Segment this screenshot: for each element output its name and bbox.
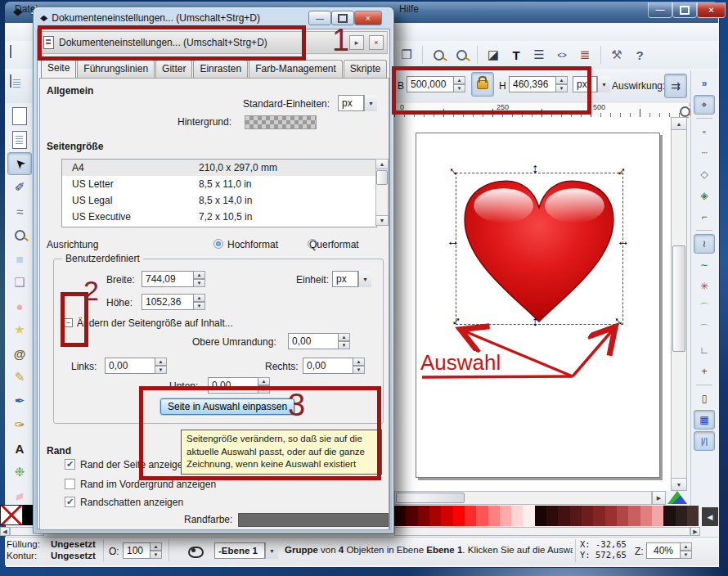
palette-swatch[interactable]	[687, 506, 699, 526]
palette-swatch[interactable]	[617, 506, 628, 526]
list-scroll-thumb[interactable]	[376, 170, 388, 185]
opacity-value[interactable]: 100	[123, 542, 151, 559]
palette-swatch[interactable]	[535, 506, 546, 526]
palette-swatch[interactable]	[593, 506, 604, 526]
selection-height-value[interactable]: 460,396	[509, 76, 556, 92]
palette-swatch[interactable]	[429, 506, 441, 526]
palette-swatch[interactable]	[546, 506, 558, 526]
tab-führungslinien[interactable]: Führungslinien	[77, 60, 155, 78]
node-tool-button[interactable]: ✐	[7, 176, 32, 199]
bezier-tool-button[interactable]: ✒	[7, 389, 32, 412]
show-shadow-checkbox[interactable]: ✔	[65, 497, 75, 507]
tab-seite[interactable]: Seite	[41, 59, 76, 79]
snap-path-button[interactable]: ∼	[694, 255, 715, 275]
transform-affect-button[interactable]: ⇉	[664, 74, 687, 98]
palette-swatch[interactable]	[523, 506, 534, 526]
snapbar-overflow-icon[interactable]: »	[694, 74, 715, 93]
spin-buttons[interactable]: ▲▼	[353, 358, 365, 374]
xml-editor-icon[interactable]: <>	[551, 44, 573, 65]
page-height-spinner[interactable]: 1052,36 ▲▼	[142, 294, 205, 310]
snap-cusp-node-button[interactable]: ⌒	[694, 298, 715, 317]
chevron-down-icon[interactable]: ▼	[265, 542, 278, 559]
palette-swatch[interactable]	[441, 506, 452, 526]
palette-swatch[interactable]	[465, 506, 476, 526]
spray-tool-button[interactable]: ❉	[7, 461, 32, 484]
background-color-swatch[interactable]	[245, 115, 317, 129]
snap-path-intersections-button[interactable]: ✳	[694, 277, 715, 296]
unit-dropdown[interactable]: px ▼	[573, 76, 610, 92]
palette-scroll-left-button[interactable]: ◀	[0, 527, 10, 536]
palette-swatch[interactable]	[676, 506, 687, 526]
palette-swatch[interactable]	[500, 506, 511, 526]
eraser-tool-button[interactable]: ▰	[7, 484, 32, 507]
zoom-spin-buttons[interactable]: ▲▼	[681, 542, 692, 559]
palette-swatch[interactable]	[394, 506, 406, 526]
page-width-spinner[interactable]: 744,09 ▲▼	[142, 271, 205, 287]
new-document-button[interactable]	[10, 46, 11, 57]
select-all-button[interactable]	[10, 75, 11, 87]
snap-bbox-edges-button[interactable]: ┄	[694, 143, 715, 163]
show-border-checkbox[interactable]: ✔	[65, 459, 75, 470]
snap-smooth-node-button[interactable]: ⌒	[694, 319, 715, 339]
layers-icon[interactable]: ☰	[528, 44, 550, 65]
text-tool-button[interactable]: A	[7, 437, 32, 460]
snap-bbox-corners-button[interactable]: ◇	[694, 164, 715, 184]
palette-swatch-none[interactable]	[0, 505, 23, 525]
chevron-down-icon[interactable]: ▼	[358, 271, 371, 287]
zoom-drawing-icon[interactable]	[451, 44, 472, 65]
lock-ratio-button[interactable]	[471, 72, 494, 97]
border-color-swatch[interactable]	[238, 513, 389, 527]
zoom-tool-button[interactable]	[7, 223, 32, 246]
vertical-scroll-thumb[interactable]	[672, 245, 685, 352]
tab-farb-management[interactable]: Farb-Management	[249, 60, 343, 78]
opacity-spinner[interactable]: 100 ▲▼	[123, 542, 162, 559]
margin-bottom-spinner[interactable]: 0,00 ▲▼	[208, 377, 270, 394]
menu-hilfe[interactable]: Hilfe	[396, 2, 422, 16]
palette-swatch[interactable]	[488, 506, 500, 526]
rectangle-tool-button[interactable]: ■	[7, 247, 32, 270]
page-size-row[interactable]: US Legal8,5 x 14,0 in	[62, 192, 376, 209]
scroll-down-button[interactable]: ▼	[671, 478, 687, 491]
snap-object-centers-button[interactable]: +	[694, 362, 715, 381]
dialog-minimize-button[interactable]: —	[308, 11, 331, 25]
border-on-top-checkbox[interactable]	[65, 479, 75, 489]
height-spin-buttons[interactable]: ▲▼	[556, 76, 568, 92]
horizontal-scroll-thumb[interactable]	[396, 493, 465, 503]
margin-left-spinner[interactable]: 0,00 ▲▼	[105, 358, 167, 374]
minimize-button[interactable]: —	[648, 2, 672, 18]
scroll-up-button[interactable]: ▲	[671, 117, 687, 130]
custom-unit-dropdown[interactable]: px ▼	[332, 271, 371, 287]
margin-bottom-value[interactable]: 0,00	[208, 377, 258, 394]
spin-buttons[interactable]: ▲▼	[194, 271, 205, 287]
palette-swatch[interactable]	[406, 506, 417, 526]
margin-right-spinner[interactable]: 0,00 ▲▼	[303, 358, 365, 374]
list-scroll-up-button[interactable]: ▲	[375, 159, 389, 169]
width-spin-buttons[interactable]: ▲▼	[454, 76, 465, 92]
tab-gitter[interactable]: Gitter	[155, 60, 192, 78]
help-icon[interactable]: ?	[629, 44, 650, 65]
palette-swatch[interactable]	[582, 506, 593, 526]
palette-swatch[interactable]	[558, 506, 569, 526]
close-button[interactable]: ×	[697, 2, 726, 18]
spiral-tool-button[interactable]: @	[7, 342, 32, 365]
page-width-value[interactable]: 744,09	[142, 271, 194, 287]
chevron-down-icon[interactable]: ▼	[597, 76, 610, 92]
ellipse-tool-button[interactable]: ●	[7, 295, 32, 317]
tweak-tool-button[interactable]: ≈	[7, 200, 32, 223]
palette-swatch[interactable]	[663, 506, 675, 526]
snap-nodes-button[interactable]: ≀	[694, 234, 715, 254]
tab-skripte[interactable]: Skripte	[344, 60, 387, 78]
spin-buttons[interactable]: ▲▼	[155, 358, 167, 374]
align-icon[interactable]: ≣	[574, 44, 595, 65]
calligraphy-tool-button[interactable]: ✑	[7, 413, 32, 436]
scroll-right-button[interactable]: ▶	[652, 491, 666, 505]
zoom-spinner[interactable]: 40% ▲▼	[646, 542, 692, 559]
palette-swatch[interactable]	[605, 506, 617, 526]
palette-swatch[interactable]	[476, 506, 488, 526]
palette-swatch[interactable]	[570, 506, 582, 526]
dock-close-button[interactable]: ×	[369, 35, 384, 50]
palette-scroll-right-button[interactable]: ▶	[690, 527, 700, 536]
page-size-row[interactable]: A4210,0 x 297,0 mm	[62, 160, 376, 176]
palette-swatch[interactable]	[628, 506, 640, 526]
margin-left-value[interactable]: 0,00	[105, 358, 155, 374]
